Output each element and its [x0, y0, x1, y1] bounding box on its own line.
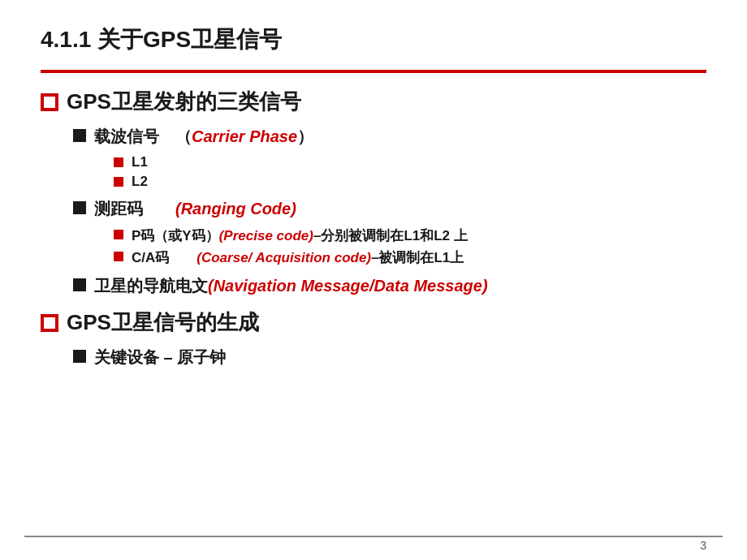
pcode-text: P码（或Y码）(Precise code)–分别被调制在L1和L2 上	[132, 226, 468, 245]
slide: 4.1.1 关于GPS卫星信号 GPS卫星发射的三类信号 载波信号 （Carri…	[0, 0, 747, 560]
bullet-icon-l1	[114, 157, 123, 167]
nav-message-label: (Navigation Message/Data Message)	[208, 277, 488, 295]
slide-title: 4.1.1 关于GPS卫星信号	[41, 24, 706, 55]
bullet-icon-4	[73, 350, 86, 363]
red-divider	[41, 70, 706, 73]
l2-label: L2	[132, 174, 148, 190]
coarse-code-label: (Coarse/ Acquisition code)	[196, 250, 371, 265]
svg-rect-1	[44, 97, 55, 108]
carrier-phase-label: Carrier Phase	[192, 127, 297, 145]
bullet-item-l2: L2	[114, 174, 706, 190]
ranging-code-label: (Ranging Code)	[175, 200, 296, 218]
section2-header: GPS卫星信号的生成	[41, 308, 706, 337]
bullet-item-ranging: 测距码 (Ranging Code)	[73, 198, 706, 220]
bullet-icon-2	[73, 201, 86, 214]
svg-rect-3	[44, 317, 55, 329]
ranging-text: 测距码 (Ranging Code)	[94, 198, 296, 220]
section2-header-text: GPS卫星信号的生成	[67, 308, 259, 337]
checkbox-icon-2	[41, 314, 58, 332]
title-text: 4.1.1 关于GPS卫星信号	[41, 24, 282, 55]
checkbox-icon-1	[41, 93, 58, 111]
bullet-item-pcode: P码（或Y码）(Precise code)–分别被调制在L1和L2 上	[114, 226, 706, 245]
bullet-item-carrier: 载波信号 （Carrier Phase）	[73, 126, 706, 148]
bullet-item-cacode: C/A码 (Coarse/ Acquisition code)–被调制在L1上	[114, 248, 706, 267]
carrier-text: 载波信号 （Carrier Phase）	[94, 126, 313, 148]
bullet-item-navmsg: 卫星的导航电文(Navigation Message/Data Message)	[73, 275, 706, 297]
section1-header-text: GPS卫星发射的三类信号	[67, 88, 301, 116]
cacode-text: C/A码 (Coarse/ Acquisition code)–被调制在L1上	[132, 248, 464, 267]
bullet-icon-cacode	[114, 252, 123, 261]
atomic-text: 关键设备 – 原子钟	[94, 347, 226, 368]
bullet-item-atomic: 关键设备 – 原子钟	[73, 347, 706, 368]
navmsg-text: 卫星的导航电文(Navigation Message/Data Message)	[94, 275, 488, 297]
bullet-icon-pcode	[114, 230, 123, 239]
l1-label: L1	[132, 154, 148, 170]
bullet-icon-l2	[114, 177, 123, 187]
bullet-item-l1: L1	[114, 154, 706, 170]
precise-code-label: (Precise code)	[219, 228, 313, 243]
bullet-icon-3	[73, 278, 86, 291]
section1-header: GPS卫星发射的三类信号	[41, 88, 706, 116]
page-number: 3	[700, 539, 706, 552]
bullet-icon-1	[73, 129, 86, 142]
bottom-divider	[24, 536, 723, 537]
